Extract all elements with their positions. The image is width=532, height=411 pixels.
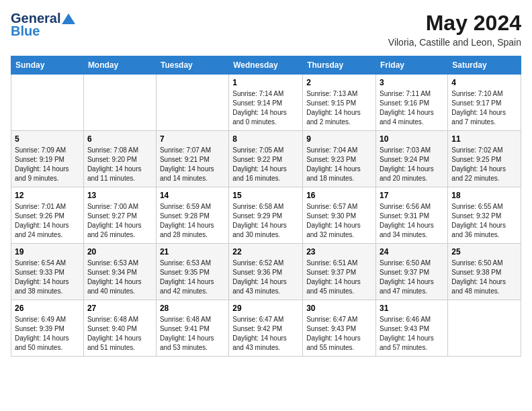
- cell-content: Sunrise: 7:01 AMSunset: 9:26 PMDaylight:…: [15, 202, 80, 240]
- day-number: 31: [380, 304, 444, 313]
- calendar-cell: 24Sunrise: 6:50 AMSunset: 9:37 PMDayligh…: [376, 244, 448, 300]
- calendar-cell: 30Sunrise: 6:47 AMSunset: 9:43 PMDayligh…: [303, 300, 376, 357]
- calendar-cell: 2Sunrise: 7:13 AMSunset: 9:15 PMDaylight…: [303, 75, 376, 131]
- calendar-cell: 12Sunrise: 7:01 AMSunset: 9:26 PMDayligh…: [11, 187, 84, 244]
- day-number: 15: [232, 191, 299, 200]
- calendar-cell: 7Sunrise: 7:07 AMSunset: 9:21 PMDaylight…: [156, 131, 228, 187]
- week-row-5: 26Sunrise: 6:49 AMSunset: 9:39 PMDayligh…: [11, 300, 521, 357]
- calendar-cell: 19Sunrise: 6:54 AMSunset: 9:33 PMDayligh…: [11, 244, 84, 300]
- week-row-3: 12Sunrise: 7:01 AMSunset: 9:26 PMDayligh…: [11, 187, 521, 244]
- day-number: 16: [306, 191, 372, 200]
- cell-content: Sunrise: 6:51 AMSunset: 9:37 PMDaylight:…: [306, 259, 372, 296]
- day-number: 11: [451, 134, 517, 144]
- calendar-cell: [448, 300, 521, 357]
- day-number: 29: [232, 304, 299, 313]
- weekday-header-saturday: Saturday: [448, 56, 521, 75]
- weekday-header-row: SundayMondayTuesdayWednesdayThursdayFrid…: [11, 56, 521, 75]
- calendar-cell: 27Sunrise: 6:48 AMSunset: 9:40 PMDayligh…: [83, 300, 156, 357]
- day-number: 1: [232, 78, 299, 87]
- day-number: 20: [87, 247, 152, 257]
- cell-content: Sunrise: 7:10 AMSunset: 9:17 PMDaylight:…: [451, 89, 517, 127]
- cell-content: Sunrise: 6:56 AMSunset: 9:31 PMDaylight:…: [380, 202, 444, 240]
- week-row-1: 1Sunrise: 7:14 AMSunset: 9:14 PMDaylight…: [11, 75, 521, 131]
- day-number: 13: [87, 191, 152, 200]
- cell-content: Sunrise: 6:50 AMSunset: 9:38 PMDaylight:…: [451, 259, 517, 296]
- weekday-header-wednesday: Wednesday: [229, 56, 303, 75]
- weekday-header-friday: Friday: [376, 56, 448, 75]
- week-row-4: 19Sunrise: 6:54 AMSunset: 9:33 PMDayligh…: [11, 244, 521, 300]
- day-number: 12: [15, 191, 80, 200]
- logo-blue: Blue: [11, 24, 40, 39]
- cell-content: Sunrise: 6:48 AMSunset: 9:40 PMDaylight:…: [87, 315, 152, 353]
- cell-content: Sunrise: 6:53 AMSunset: 9:35 PMDaylight:…: [160, 259, 225, 296]
- cell-content: Sunrise: 6:47 AMSunset: 9:42 PMDaylight:…: [232, 315, 299, 353]
- day-number: 2: [306, 78, 372, 87]
- calendar-cell: 20Sunrise: 6:53 AMSunset: 9:34 PMDayligh…: [83, 244, 156, 300]
- logo: General Blue: [11, 11, 75, 39]
- day-number: 26: [15, 304, 80, 313]
- page-header: General Blue May 2024 Viloria, Castille …: [11, 11, 521, 48]
- calendar-cell: [11, 75, 84, 131]
- logo-triangle-icon: [62, 13, 75, 24]
- calendar-cell: 15Sunrise: 6:58 AMSunset: 9:29 PMDayligh…: [229, 187, 303, 244]
- calendar-cell: 18Sunrise: 6:55 AMSunset: 9:32 PMDayligh…: [448, 187, 521, 244]
- day-number: 17: [380, 191, 444, 200]
- day-number: 22: [232, 247, 299, 257]
- cell-content: Sunrise: 7:05 AMSunset: 9:22 PMDaylight:…: [232, 146, 299, 183]
- day-number: 4: [451, 78, 517, 87]
- location: Viloria, Castille and Leon, Spain: [388, 37, 521, 48]
- day-number: 7: [160, 134, 225, 144]
- cell-content: Sunrise: 6:55 AMSunset: 9:32 PMDaylight:…: [451, 202, 517, 240]
- day-number: 21: [160, 247, 225, 257]
- week-row-2: 5Sunrise: 7:09 AMSunset: 9:19 PMDaylight…: [11, 131, 521, 187]
- calendar-cell: 10Sunrise: 7:03 AMSunset: 9:24 PMDayligh…: [376, 131, 448, 187]
- calendar-cell: 1Sunrise: 7:14 AMSunset: 9:14 PMDaylight…: [229, 75, 303, 131]
- day-number: 6: [87, 134, 152, 144]
- cell-content: Sunrise: 6:54 AMSunset: 9:33 PMDaylight:…: [15, 259, 80, 296]
- calendar-cell: [156, 75, 228, 131]
- cell-content: Sunrise: 7:02 AMSunset: 9:25 PMDaylight:…: [451, 146, 517, 183]
- day-number: 14: [160, 191, 225, 200]
- cell-content: Sunrise: 6:52 AMSunset: 9:36 PMDaylight:…: [232, 259, 299, 296]
- day-number: 5: [15, 134, 80, 144]
- calendar-cell: 26Sunrise: 6:49 AMSunset: 9:39 PMDayligh…: [11, 300, 84, 357]
- day-number: 23: [306, 247, 372, 257]
- calendar-cell: 8Sunrise: 7:05 AMSunset: 9:22 PMDaylight…: [229, 131, 303, 187]
- day-number: 9: [306, 134, 372, 144]
- cell-content: Sunrise: 7:13 AMSunset: 9:15 PMDaylight:…: [306, 89, 372, 127]
- weekday-header-monday: Monday: [83, 56, 156, 75]
- cell-content: Sunrise: 7:08 AMSunset: 9:20 PMDaylight:…: [87, 146, 152, 183]
- day-number: 30: [306, 304, 372, 313]
- weekday-header-sunday: Sunday: [11, 56, 84, 75]
- day-number: 25: [451, 247, 517, 257]
- cell-content: Sunrise: 7:03 AMSunset: 9:24 PMDaylight:…: [380, 146, 444, 183]
- cell-content: Sunrise: 6:49 AMSunset: 9:39 PMDaylight:…: [15, 315, 80, 353]
- cell-content: Sunrise: 6:48 AMSunset: 9:41 PMDaylight:…: [160, 315, 225, 353]
- cell-content: Sunrise: 7:00 AMSunset: 9:27 PMDaylight:…: [87, 202, 152, 240]
- cell-content: Sunrise: 6:57 AMSunset: 9:30 PMDaylight:…: [306, 202, 372, 240]
- cell-content: Sunrise: 7:11 AMSunset: 9:16 PMDaylight:…: [380, 89, 444, 127]
- day-number: 19: [15, 247, 80, 257]
- svg-marker-0: [62, 13, 75, 24]
- calendar-cell: 21Sunrise: 6:53 AMSunset: 9:35 PMDayligh…: [156, 244, 228, 300]
- cell-content: Sunrise: 6:58 AMSunset: 9:29 PMDaylight:…: [232, 202, 299, 240]
- cell-content: Sunrise: 6:53 AMSunset: 9:34 PMDaylight:…: [87, 259, 152, 296]
- cell-content: Sunrise: 7:04 AMSunset: 9:23 PMDaylight:…: [306, 146, 372, 183]
- cell-content: Sunrise: 6:46 AMSunset: 9:43 PMDaylight:…: [380, 315, 444, 353]
- calendar-cell: 11Sunrise: 7:02 AMSunset: 9:25 PMDayligh…: [448, 131, 521, 187]
- calendar-cell: 23Sunrise: 6:51 AMSunset: 9:37 PMDayligh…: [303, 244, 376, 300]
- cell-content: Sunrise: 6:47 AMSunset: 9:43 PMDaylight:…: [306, 315, 372, 353]
- month-year: May 2024: [388, 11, 521, 36]
- calendar-cell: [83, 75, 156, 131]
- calendar-cell: 25Sunrise: 6:50 AMSunset: 9:38 PMDayligh…: [448, 244, 521, 300]
- calendar-table: SundayMondayTuesdayWednesdayThursdayFrid…: [11, 56, 521, 357]
- calendar-cell: 13Sunrise: 7:00 AMSunset: 9:27 PMDayligh…: [83, 187, 156, 244]
- day-number: 8: [232, 134, 299, 144]
- calendar-cell: 28Sunrise: 6:48 AMSunset: 9:41 PMDayligh…: [156, 300, 228, 357]
- calendar-cell: 31Sunrise: 6:46 AMSunset: 9:43 PMDayligh…: [376, 300, 448, 357]
- cell-content: Sunrise: 7:14 AMSunset: 9:14 PMDaylight:…: [232, 89, 299, 127]
- calendar-cell: 14Sunrise: 6:59 AMSunset: 9:28 PMDayligh…: [156, 187, 228, 244]
- cell-content: Sunrise: 7:09 AMSunset: 9:19 PMDaylight:…: [15, 146, 80, 183]
- cell-content: Sunrise: 6:59 AMSunset: 9:28 PMDaylight:…: [160, 202, 225, 240]
- calendar-cell: 22Sunrise: 6:52 AMSunset: 9:36 PMDayligh…: [229, 244, 303, 300]
